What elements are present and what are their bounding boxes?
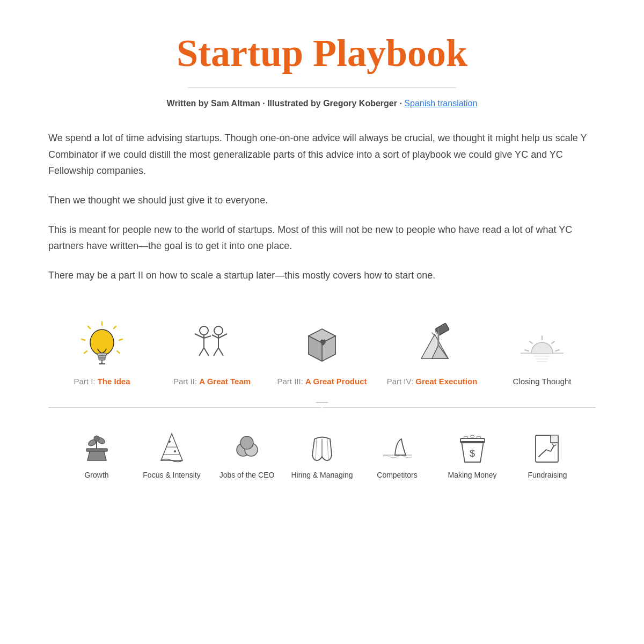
svg-point-54 [169, 441, 171, 443]
byline: Written by Sam Altman · Illustrated by G… [48, 99, 596, 108]
svg-line-1 [114, 326, 116, 328]
header-divider [188, 87, 456, 88]
part-team[interactable]: Part II: A Great Team [158, 321, 266, 386]
team-icon [185, 321, 239, 369]
svg-rect-31 [435, 323, 449, 335]
growth-icon [78, 429, 115, 464]
sub-jobs-label: Jobs of the CEO [219, 471, 275, 479]
svg-line-6 [84, 351, 87, 353]
svg-line-24 [218, 348, 223, 356]
sub-money[interactable]: $ Making Money [435, 429, 510, 479]
sub-money-label: Making Money [448, 471, 496, 479]
svg-point-50 [94, 436, 99, 441]
svg-point-67 [470, 435, 474, 437]
svg-rect-10 [99, 358, 105, 360]
sub-growth[interactable]: Growth [59, 429, 134, 479]
idea-icon [75, 321, 129, 369]
svg-rect-46 [86, 449, 107, 451]
svg-line-40 [555, 350, 559, 351]
header-section: Startup Playbook Written by Sam Altman ·… [48, 32, 596, 108]
product-icon [295, 321, 349, 369]
page-title: Startup Playbook [48, 32, 596, 75]
sub-hiring-label: Hiring & Managing [291, 471, 353, 479]
svg-line-2 [119, 339, 122, 340]
competitors-icon [378, 429, 416, 464]
svg-line-18 [204, 348, 209, 356]
sub-fundraising[interactable]: Fundraising [510, 429, 585, 479]
sub-competitors-label: Competitors [377, 471, 417, 479]
focus-icon [153, 429, 191, 464]
jobs-icon [228, 429, 266, 464]
byline-text: Written by Sam Altman · Illustrated by G… [167, 99, 405, 108]
part-team-label: Part II: A Great Team [173, 377, 251, 386]
svg-point-58 [240, 436, 253, 449]
sub-hiring[interactable]: Hiring & Managing [284, 429, 360, 479]
part-idea[interactable]: Part I: The Idea [48, 321, 156, 386]
part-idea-label: Part I: The Idea [74, 377, 130, 386]
svg-point-7 [90, 330, 114, 355]
execution-icon [405, 321, 459, 369]
svg-point-13 [200, 326, 208, 335]
svg-line-61 [327, 438, 328, 460]
intro-paragraph-2: Then we thought we should just give it t… [48, 192, 596, 209]
svg-line-16 [204, 336, 211, 338]
svg-line-21 [212, 335, 218, 338]
part-execution-label: Part IV: Great Execution [387, 377, 478, 386]
chevron-divider-inner [317, 403, 327, 408]
money-icon: $ [453, 429, 491, 464]
svg-line-23 [214, 348, 218, 356]
svg-point-19 [214, 326, 223, 335]
svg-text:$: $ [470, 448, 475, 459]
intro-paragraph-3: This is meant for people new to the worl… [48, 222, 596, 254]
svg-marker-70 [551, 435, 558, 443]
part-product[interactable]: Part III: A Great Product [268, 321, 376, 386]
svg-line-60 [316, 438, 317, 460]
svg-rect-9 [98, 356, 106, 358]
part-closing[interactable]: Closing Thought [488, 321, 596, 386]
part-product-label: Part III: A Great Product [277, 377, 367, 386]
intro-paragraph-4: There may be a part II on how to scale a… [48, 267, 596, 284]
parts-navigation: Part I: The Idea [48, 310, 596, 397]
sub-competitors[interactable]: Competitors [360, 429, 435, 479]
svg-line-39 [530, 341, 532, 343]
svg-line-4 [82, 339, 85, 340]
intro-paragraph-1: We spend a lot of time advising startups… [48, 130, 596, 179]
fundraising-icon [529, 429, 566, 464]
svg-line-3 [88, 326, 90, 328]
part-execution[interactable]: Part IV: Great Execution [378, 321, 486, 386]
svg-line-38 [552, 341, 554, 343]
sub-fundraising-label: Fundraising [528, 471, 567, 479]
sub-growth-label: Growth [84, 471, 108, 479]
part-closing-label: Closing Thought [513, 377, 572, 386]
sub-focus[interactable]: Focus & Intensity [134, 429, 209, 479]
intro-section: We spend a lot of time advising startups… [48, 130, 596, 283]
svg-line-17 [199, 348, 204, 356]
svg-point-55 [174, 450, 176, 452]
svg-line-41 [525, 350, 529, 351]
closing-icon [515, 321, 569, 369]
sub-jobs[interactable]: Jobs of the CEO [209, 429, 284, 479]
sub-navigation: Growth Focus & Intensity [48, 429, 596, 490]
sub-focus-label: Focus & Intensity [143, 471, 200, 479]
spanish-translation-link[interactable]: Spanish translation [404, 99, 477, 108]
svg-rect-8 [98, 353, 106, 356]
hiring-icon [303, 429, 341, 464]
svg-line-5 [117, 351, 120, 353]
